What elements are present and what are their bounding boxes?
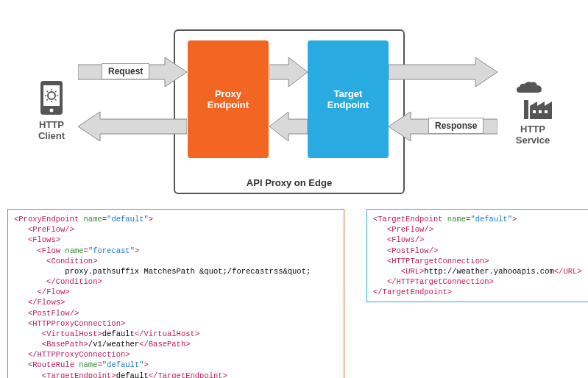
svg-marker-25 — [78, 112, 187, 141]
service-label: HTTP Service — [507, 124, 559, 146]
proxy-endpoint-xml: <ProxyEndpoint name="default"> <PreFlow/… — [7, 209, 344, 378]
phone-icon — [39, 79, 64, 116]
target-endpoint-box: Target Endpoint — [308, 40, 389, 158]
response-label: Response — [428, 118, 483, 134]
svg-rect-18 — [539, 110, 542, 113]
arrow-response-1 — [78, 112, 187, 141]
cloud-factory-icon — [511, 79, 555, 121]
http-service: HTTP Service — [507, 79, 559, 146]
svg-marker-22 — [389, 57, 497, 87]
svg-line-10 — [55, 99, 57, 101]
svg-marker-15 — [537, 101, 545, 106]
svg-rect-17 — [533, 110, 536, 113]
svg-marker-24 — [269, 112, 308, 141]
svg-marker-16 — [545, 101, 552, 106]
code-panels: <ProxyEndpoint name="default"> <PreFlow/… — [7, 209, 581, 378]
client-label: HTTP Client — [29, 119, 74, 141]
arrow-request-3 — [389, 57, 497, 87]
target-endpoint-xml: <TargetEndpoint name="default"> <PreFlow… — [366, 209, 588, 302]
request-label: Request — [102, 63, 149, 79]
api-proxy-diagram: HTTP Client HTTP Service API Proxy on Ed… — [7, 7, 581, 206]
svg-marker-14 — [530, 101, 537, 106]
proxy-endpoint-box: Proxy Endpoint — [188, 40, 269, 158]
arrow-request-2 — [269, 57, 308, 87]
http-client: HTTP Client — [29, 79, 74, 141]
arrow-response-2 — [269, 112, 308, 141]
svg-rect-19 — [545, 110, 548, 113]
svg-rect-12 — [524, 100, 528, 119]
svg-point-11 — [50, 109, 54, 113]
container-caption: API Proxy on Edge — [175, 177, 403, 188]
svg-line-7 — [47, 91, 49, 93]
svg-marker-21 — [269, 57, 308, 87]
svg-line-9 — [47, 99, 49, 101]
svg-line-8 — [55, 91, 57, 93]
